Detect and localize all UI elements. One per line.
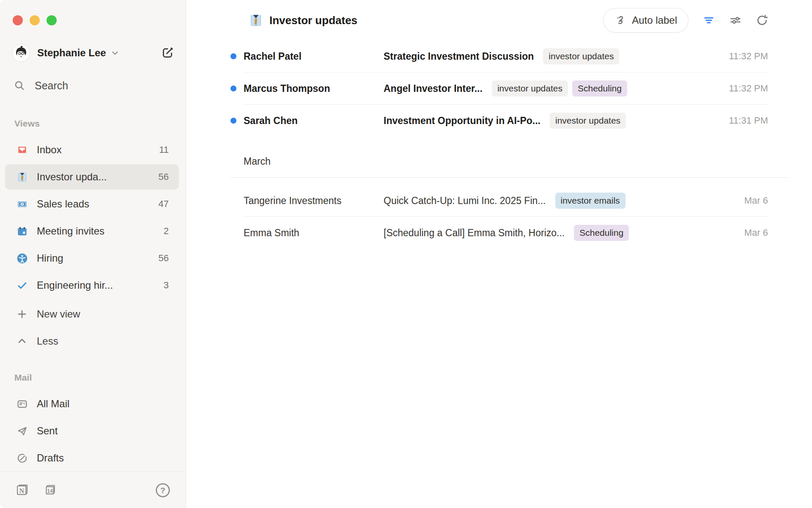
email-sender: Rachel Patel bbox=[244, 51, 384, 62]
mail-list: All Mail Sent bbox=[5, 391, 179, 472]
email-sender: Tangerine Investments bbox=[244, 195, 384, 207]
sidebar-item-all-mail[interactable]: All Mail bbox=[5, 391, 179, 417]
search-label: Search bbox=[35, 80, 68, 92]
sidebar-item-label: Sent bbox=[37, 425, 58, 437]
window-controls bbox=[13, 15, 57, 25]
email-row[interactable]: Rachel Patel Strategic Investment Discus… bbox=[230, 40, 768, 72]
sidebar-item-label: Hiring bbox=[37, 252, 63, 264]
email-list: Rachel Patel Strategic Investment Discus… bbox=[230, 40, 768, 249]
sidebar-item-sales-leads[interactable]: Sales leads 47 bbox=[5, 191, 179, 217]
sidebar-item-engineering-hiring[interactable]: Engineering hir... 3 bbox=[5, 273, 179, 298]
sidebar-item-inbox[interactable]: Inbox 11 bbox=[5, 137, 179, 163]
auto-label-button[interactable]: Auto label bbox=[603, 8, 689, 33]
sidebar-item-drafts[interactable]: Drafts bbox=[5, 445, 179, 471]
less-button[interactable]: Less bbox=[5, 329, 179, 354]
email-row[interactable]: Sarah Chen Investment Opportunity in AI-… bbox=[230, 105, 768, 137]
main-content: Investor updates Auto label bbox=[186, 0, 812, 508]
email-time: 11:32 PM bbox=[729, 51, 768, 62]
email-subject: Investment Opportunity in AI-Po... bbox=[384, 115, 540, 127]
sidebar-item-label: Investor upda... bbox=[37, 171, 107, 183]
less-label: Less bbox=[37, 335, 58, 347]
sidebar-item-count: 56 bbox=[159, 171, 169, 182]
sidebar-item-label: Sales leads bbox=[37, 198, 89, 210]
sidebar-item-hiring[interactable]: Hiring 56 bbox=[5, 246, 179, 271]
sidebar-item-label: All Mail bbox=[37, 398, 69, 410]
date-group-list: Tangerine Investments Quick Catch-Up: Lu… bbox=[230, 178, 768, 249]
unread-dot bbox=[230, 86, 236, 91]
account-switcher[interactable]: Stephanie Lee bbox=[13, 42, 175, 64]
mail-section-label: Mail bbox=[14, 373, 32, 383]
email-subject: [Scheduling a Call] Emma Smith, Horizo..… bbox=[384, 227, 565, 239]
unread-dot bbox=[230, 53, 236, 59]
views-list: Inbox 11 Investor upda... 56 bbox=[5, 137, 179, 300]
new-view-button[interactable]: New view bbox=[5, 301, 179, 327]
email-tag[interactable]: investor updates bbox=[492, 80, 568, 97]
chevron-down-icon bbox=[110, 48, 120, 58]
email-tag[interactable]: Scheduling bbox=[572, 80, 627, 97]
refresh-icon[interactable] bbox=[756, 14, 768, 27]
send-icon bbox=[16, 425, 28, 437]
email-time: 11:31 PM bbox=[729, 115, 768, 126]
svg-text:N: N bbox=[19, 487, 24, 494]
all-mail-icon bbox=[16, 398, 28, 410]
email-tag[interactable]: Scheduling bbox=[574, 225, 629, 241]
sidebar-item-sent[interactable]: Sent bbox=[5, 418, 179, 444]
sidebar-item-investor-updates[interactable]: Investor upda... 56 bbox=[5, 164, 179, 190]
notion-logo-icon[interactable]: N bbox=[14, 482, 30, 498]
email-subject: Quick Catch-Up: Lumi Inc. 2025 Fin... bbox=[384, 195, 546, 207]
email-row[interactable]: Tangerine Investments Quick Catch-Up: Lu… bbox=[230, 185, 768, 217]
help-icon[interactable]: ? bbox=[154, 482, 171, 499]
unread-dot bbox=[230, 118, 236, 124]
display-settings-icon[interactable] bbox=[729, 14, 742, 27]
banknote-icon bbox=[16, 198, 28, 210]
email-tag[interactable]: investor emails bbox=[555, 193, 625, 209]
svg-text:14: 14 bbox=[47, 488, 53, 494]
email-subject: Angel Investor Inter... bbox=[384, 83, 483, 94]
search-button[interactable]: Search bbox=[14, 75, 68, 96]
new-view-label: New view bbox=[37, 308, 80, 320]
filter-icon[interactable] bbox=[702, 14, 715, 27]
sidebar-item-count: 3 bbox=[164, 280, 169, 291]
compose-icon[interactable] bbox=[160, 46, 175, 60]
email-tags: investor emails bbox=[555, 193, 625, 209]
auto-label-button-label: Auto label bbox=[632, 14, 677, 26]
sidebar-item-meeting-invites[interactable]: Meeting invites 2 bbox=[5, 218, 179, 244]
email-row[interactable]: Emma Smith [Scheduling a Call] Emma Smit… bbox=[230, 217, 768, 249]
calendar-icon bbox=[16, 225, 28, 237]
auto-label-wand-icon bbox=[614, 14, 626, 26]
svg-text:?: ? bbox=[160, 486, 165, 494]
header-actions: Auto label bbox=[603, 8, 768, 33]
accessibility-icon bbox=[16, 252, 28, 264]
email-row[interactable]: Marcus Thompson Angel Investor Inter... … bbox=[230, 72, 768, 105]
email-time: 11:32 PM bbox=[729, 83, 768, 94]
date-group-label: March bbox=[244, 156, 271, 167]
view-header: Investor updates Auto label bbox=[186, 0, 812, 41]
user-name: Stephanie Lee bbox=[37, 47, 106, 59]
email-sender: Emma Smith bbox=[244, 227, 384, 239]
date-group-header: March bbox=[230, 137, 768, 178]
search-icon bbox=[14, 80, 25, 91]
page-title: Investor updates bbox=[269, 14, 357, 27]
checkmark-icon bbox=[16, 279, 28, 291]
sidebar-item-label: Drafts bbox=[37, 452, 64, 464]
chevron-up-icon bbox=[16, 335, 28, 347]
sidebar-item-count: 56 bbox=[159, 253, 169, 264]
email-date: Mar 6 bbox=[744, 227, 768, 238]
app-window: Stephanie Lee Search Views bbox=[0, 0, 812, 508]
zoom-window-button[interactable] bbox=[47, 15, 57, 25]
drafts-icon bbox=[16, 452, 28, 464]
inbox-icon bbox=[16, 144, 28, 156]
email-tag[interactable]: investor updates bbox=[550, 113, 626, 129]
minimize-window-button[interactable] bbox=[30, 15, 40, 25]
email-tags: Scheduling bbox=[574, 225, 629, 241]
email-sender: Sarah Chen bbox=[244, 115, 384, 127]
sidebar-item-count: 2 bbox=[164, 226, 169, 237]
sidebar-item-label: Inbox bbox=[37, 144, 62, 156]
email-sender: Marcus Thompson bbox=[244, 83, 384, 94]
sidebar-item-count: 47 bbox=[159, 199, 169, 210]
necktie-icon bbox=[16, 171, 28, 183]
email-tag[interactable]: investor updates bbox=[543, 48, 619, 64]
views-section-label: Views bbox=[14, 119, 40, 129]
close-window-button[interactable] bbox=[13, 15, 23, 25]
notion-calendar-icon[interactable]: 14 bbox=[42, 482, 58, 498]
